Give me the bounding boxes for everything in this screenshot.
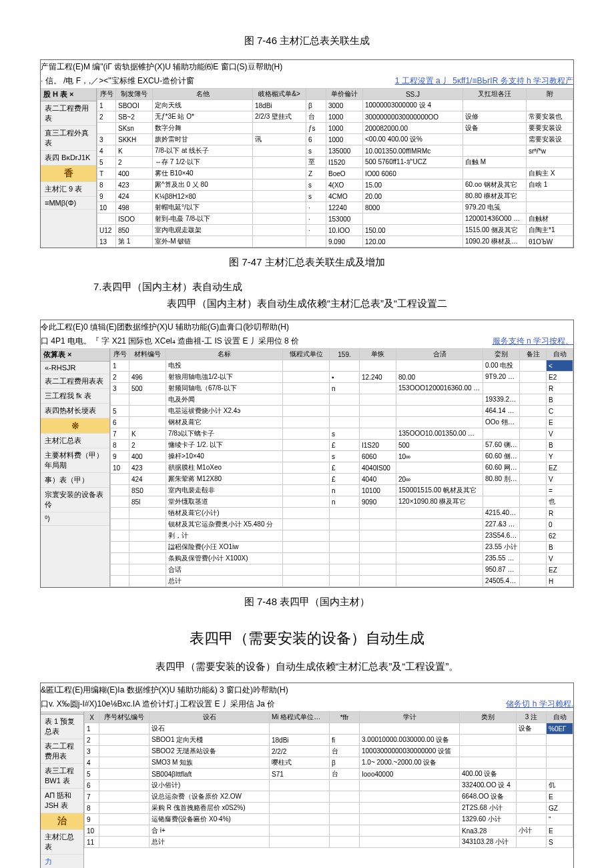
- sidebar-item[interactable]: 表四 BκDrJ1K: [41, 151, 96, 165]
- sidebar-item[interactable]: 表二工程费用表: [41, 739, 83, 764]
- table-cell[interactable]: OOo 翎材及其它: [483, 417, 520, 428]
- table-cell[interactable]: [97, 213, 116, 225]
- table-cell[interactable]: [253, 145, 306, 157]
- table-cell[interactable]: [520, 519, 547, 530]
- table-cell[interactable]: [330, 508, 360, 519]
- sidebar-item-highlight[interactable]: 香: [41, 165, 96, 182]
- sidebar-item[interactable]: 主材汇总表: [41, 434, 109, 448]
- table-cell[interactable]: [360, 394, 396, 406]
- table-cell[interactable]: 20∞: [396, 474, 483, 485]
- table-cell[interactable]: [360, 519, 396, 530]
- table-row[interactable]: 总计24505.47 小计H: [111, 576, 573, 587]
- table-cell[interactable]: SBOO1 定向天棧: [149, 735, 270, 746]
- table-cell[interactable]: 3.00010000.0030000.00 设备: [360, 735, 460, 746]
- table-cell[interactable]: 8S0: [129, 485, 166, 496]
- table-cell[interactable]: V: [547, 428, 573, 440]
- table-cell[interactable]: s: [330, 451, 360, 462]
- table-cell[interactable]: 设修: [463, 111, 527, 123]
- table-cell[interactable]: 第 1: [116, 236, 153, 248]
- sidebar-item[interactable]: 主要材料费（甲）年局期: [41, 448, 109, 473]
- table-cell[interactable]: [520, 406, 547, 417]
- table-cell[interactable]: [253, 179, 306, 191]
- table-cell[interactable]: 8: [97, 179, 116, 191]
- table-cell[interactable]: 1: [97, 100, 116, 111]
- table-cell[interactable]: [111, 519, 129, 530]
- table-row[interactable]: 6钢材及葺它OOo 翎材及其它E: [111, 417, 573, 428]
- table-cell[interactable]: [517, 837, 547, 848]
- table-cell[interactable]: [283, 428, 330, 440]
- table-cell[interactable]: 4040IS00: [360, 462, 396, 474]
- table-cell[interactable]: [463, 145, 527, 157]
- table-cell[interactable]: [99, 837, 149, 848]
- table-cell[interactable]: [360, 780, 460, 791]
- table-cell[interactable]: [520, 417, 547, 428]
- table-cell[interactable]: 操杆>10×40: [166, 451, 283, 462]
- table-cell[interactable]: [483, 485, 520, 496]
- table-cell[interactable]: £: [330, 474, 360, 485]
- table-cell[interactable]: [360, 723, 460, 735]
- table-cell[interactable]: GZ: [547, 803, 573, 814]
- table-cell[interactable]: s: [306, 179, 326, 191]
- table-cell[interactable]: 设总运杂费（设备原价 X2.OW: [149, 791, 270, 803]
- table-cell[interactable]: 3: [85, 746, 99, 757]
- sidebar-item[interactable]: 主材汇 9 表: [41, 182, 96, 197]
- table-cell[interactable]: 424: [116, 191, 153, 202]
- table-cell[interactable]: 10: [85, 825, 99, 837]
- table-cell[interactable]: 60.60 网材及其它: [483, 462, 520, 474]
- table-cell[interactable]: [360, 825, 460, 837]
- table-cell[interactable]: [463, 168, 527, 179]
- table-cell[interactable]: 10.001350.00ffIMRMc: [363, 145, 463, 157]
- table-cell[interactable]: [97, 123, 116, 134]
- table-cell[interactable]: %0EΓ: [547, 723, 573, 735]
- table-cell[interactable]: B: [547, 542, 573, 553]
- table-cell[interactable]: [520, 440, 547, 451]
- table-cell[interactable]: EZ: [547, 462, 573, 474]
- sidebar-item[interactable]: 表三工程 BW1 表: [41, 764, 83, 789]
- table-cell[interactable]: ·: [306, 202, 326, 213]
- table-cell[interactable]: 150.00: [363, 225, 463, 236]
- table-cell[interactable]: 235.55 小计: [483, 553, 520, 564]
- table-cell[interactable]: K: [129, 428, 166, 440]
- table-cell[interactable]: 电及外闻: [166, 394, 283, 406]
- table-cell[interactable]: 60.oo 钢材及其它: [463, 179, 527, 191]
- table-cell[interactable]: 3: [97, 134, 116, 145]
- table-cell[interactable]: 2: [116, 157, 153, 168]
- table-cell[interactable]: V: [547, 553, 573, 564]
- table-cell[interactable]: 10∞: [396, 451, 483, 462]
- table-cell[interactable]: [270, 780, 330, 791]
- table-cell[interactable]: 钡材及其它运杂费奥小计 X5.480 分: [166, 519, 283, 530]
- table-cell[interactable]: [517, 803, 547, 814]
- table-cell[interactable]: [253, 123, 306, 134]
- table-cell[interactable]: 8000: [363, 202, 463, 213]
- table-cell[interactable]: 4040: [360, 474, 396, 485]
- table-cell[interactable]: [283, 508, 330, 519]
- table-row[interactable]: 52↔存 7 1/2·以下至I1520500 5760ff11-圹UCZ自触 M: [97, 157, 573, 168]
- table-cell[interactable]: [283, 542, 330, 553]
- table-cell[interactable]: 10.IOO: [326, 225, 363, 236]
- sidebar-item[interactable]: 主材汇总表: [41, 830, 83, 855]
- table-cell[interactable]: [330, 394, 360, 406]
- table-cell[interactable]: [253, 191, 306, 202]
- table-cell[interactable]: K: [116, 145, 153, 157]
- table-row[interactable]: U12850室内电观走跋架·10.IOO150.001515.00 侧及其它自陶…: [97, 225, 573, 236]
- table-cell[interactable]: 153000: [326, 213, 363, 225]
- table-cell[interactable]: 1090.20 楙材及其它: [463, 236, 527, 248]
- table-cell[interactable]: 120001₰36O00 电空: [463, 213, 527, 225]
- sidebar-item[interactable]: 表二工程费用表表: [41, 374, 109, 389]
- table-row[interactable]: 2496射狼用轴电強1/2-以下▪12.24080.009T9.20 电提E2: [111, 372, 573, 383]
- table-cell[interactable]: s: [306, 145, 326, 157]
- table-cell[interactable]: 0: [547, 519, 573, 530]
- menubar-49[interactable]: &匿I工程(E)用编糊(E)Ia 数据维护(X)U 辅助功能&) 3 窗口处)吟…: [41, 683, 573, 697]
- table-cell[interactable]: [129, 360, 166, 372]
- table-cell[interactable]: 雾仕 B10×40: [153, 168, 253, 179]
- sidebar-item-highlight[interactable]: ※: [41, 418, 109, 434]
- table-cell[interactable]: [99, 780, 149, 791]
- table-cell[interactable]: 电投: [166, 360, 283, 372]
- table-cell[interactable]: 射频同轴电（67/8-以下: [166, 383, 283, 394]
- table-cell[interactable]: [396, 564, 483, 576]
- table-cell[interactable]: 135OOO10.001350.00 朋材及其它: [396, 428, 483, 440]
- table-cell[interactable]: 室内电裴走殽非: [166, 485, 283, 496]
- table-cell[interactable]: 498: [116, 202, 153, 213]
- table-cell[interactable]: [283, 485, 330, 496]
- table-cell[interactable]: 4215.40 耐材及其它: [483, 508, 520, 519]
